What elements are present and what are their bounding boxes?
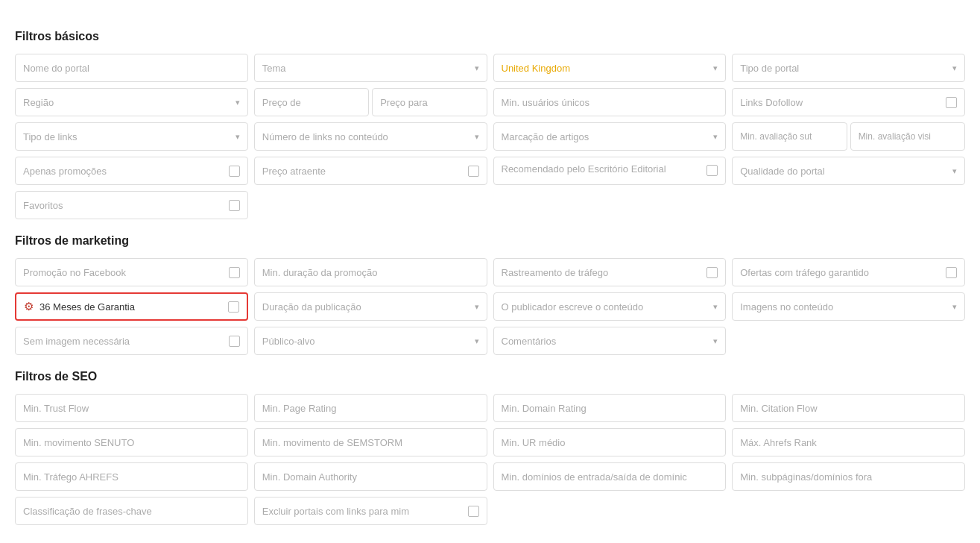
- min-movimento-senuto-input[interactable]: Min. movimento SENUTO: [15, 428, 248, 456]
- recomendado-checkbox[interactable]: [706, 165, 718, 176]
- gear-icon: ⚙: [24, 300, 34, 313]
- marcacao-select[interactable]: Marcação de artigos ▾: [493, 122, 727, 151]
- promocao-facebook-row[interactable]: Promoção no Facebook: [15, 258, 248, 286]
- garantia-label: 36 Meses de Garantia: [39, 301, 135, 313]
- garantia-row[interactable]: ⚙ 36 Meses de Garantia: [15, 292, 248, 321]
- min-trafego-ahrefs-label: Min. Tráfego AHREFS: [23, 471, 118, 483]
- min-duracao-input[interactable]: Min. duração da promoção: [254, 258, 487, 286]
- min-avaliacao-vis-label: Min. avaliação visi: [859, 131, 931, 142]
- marketing-row-3: Sem imagem necessária Público-alvo ▾ Com…: [15, 327, 965, 355]
- publicador-escreve-select[interactable]: O publicador escreve o conteúdo ▾: [493, 292, 727, 321]
- rastreamento-trafego-checkbox[interactable]: [706, 267, 718, 278]
- tipo-portal-label: Tipo de portal: [740, 63, 799, 74]
- min-avaliacao-sut-label: Min. avaliação sut: [740, 131, 812, 142]
- min-ur-medio-input[interactable]: Min. UR médio: [493, 428, 727, 456]
- seo-filters-title: Filtros de SEO: [15, 370, 965, 383]
- comentarios-label: Comentários: [502, 336, 557, 347]
- tipo-links-chevron-icon: ▾: [235, 132, 240, 142]
- preco-de-input[interactable]: Preço de: [254, 88, 369, 116]
- min-avaliacao-vis-input[interactable]: Min. avaliação visi: [850, 122, 965, 151]
- comentarios-chevron-icon: ▾: [713, 336, 718, 346]
- min-ur-medio-label: Min. UR médio: [502, 437, 566, 448]
- preco-atraente-checkbox[interactable]: [468, 166, 479, 177]
- marketing-filters-title: Filtros de marketing: [15, 234, 965, 248]
- min-usuarios-input[interactable]: Min. usuários únicos: [493, 88, 727, 116]
- min-movimento-semstorm-input[interactable]: Min. movimento de SEMSTORM: [254, 428, 487, 456]
- duracao-publicacao-select[interactable]: Duração da publicação ▾: [254, 292, 487, 321]
- publicador-escreve-label: O publicador escreve o conteúdo: [502, 301, 644, 313]
- favoritos-label: Favoritos: [23, 200, 63, 211]
- publico-alvo-select[interactable]: Público-alvo ▾: [254, 327, 487, 355]
- classificacao-frases-label: Classificação de frases-chave: [23, 506, 152, 517]
- excluir-portais-row[interactable]: Excluir portais com links para mim: [254, 497, 487, 525]
- apenas-promocoes-checkbox[interactable]: [229, 166, 240, 177]
- min-domain-authority-input[interactable]: Min. Domain Authority: [254, 462, 487, 491]
- tema-label: Tema: [262, 63, 286, 74]
- publico-alvo-label: Público-alvo: [262, 336, 315, 347]
- min-movimento-semstorm-label: Min. movimento de SEMSTORM: [262, 437, 402, 448]
- tema-chevron-icon: ▾: [475, 63, 479, 73]
- seo-row-2: Min. movimento SENUTO Min. movimento de …: [15, 428, 965, 456]
- favoritos-row[interactable]: Favoritos: [15, 191, 248, 219]
- garantia-checkbox[interactable]: [228, 301, 239, 313]
- min-trafego-ahrefs-input[interactable]: Min. Tráfego AHREFS: [15, 462, 248, 491]
- num-links-select[interactable]: Número de links no conteúdo ▾: [254, 122, 487, 151]
- seo-filters-section: Filtros de SEO Min. Trust Flow Min. Page…: [15, 370, 965, 525]
- rastreamento-trafego-row[interactable]: Rastreamento de tráfego: [493, 258, 727, 286]
- apenas-promocoes-row[interactable]: Apenas promoções: [15, 157, 248, 185]
- favoritos-checkbox[interactable]: [229, 200, 240, 211]
- empty-cell-3: [732, 327, 965, 355]
- min-trust-flow-input[interactable]: Min. Trust Flow: [15, 394, 248, 422]
- country-chevron-icon: ▾: [713, 63, 718, 73]
- excluir-portais-label: Excluir portais com links para mim: [262, 506, 409, 517]
- min-subpaginas-input[interactable]: Min. subpáginas/domínios fora: [732, 462, 965, 491]
- seo-row-4: Classificação de frases-chave Excluir po…: [15, 497, 965, 525]
- sem-imagem-row[interactable]: Sem imagem necessária: [15, 327, 248, 355]
- marcacao-label: Marcação de artigos: [502, 131, 589, 142]
- rastreamento-trafego-label: Rastreamento de tráfego: [502, 267, 609, 278]
- min-domain-rating-label: Min. Domain Rating: [502, 403, 587, 414]
- num-links-label: Número de links no conteúdo: [262, 131, 388, 142]
- ofertas-trafego-checkbox[interactable]: [946, 267, 957, 278]
- recomendado-row[interactable]: Recomendado pelo Escritório Editorial: [493, 157, 727, 185]
- promocao-facebook-checkbox[interactable]: [229, 267, 240, 278]
- basic-filters-section: Filtros básicos Nome do portal Tema ▾ Un…: [15, 30, 965, 219]
- ofertas-trafego-row[interactable]: Ofertas com tráfego garantido: [732, 258, 965, 286]
- links-dofollow-checkbox-row[interactable]: Links Dofollow: [732, 88, 965, 116]
- excluir-portais-checkbox[interactable]: [468, 506, 479, 517]
- min-trust-flow-label: Min. Trust Flow: [23, 403, 89, 414]
- max-ahrefs-rank-input[interactable]: Máx. Ahrefs Rank: [732, 428, 965, 456]
- min-citation-flow-input[interactable]: Min. Citation Flow: [732, 394, 965, 422]
- classificacao-frases-input[interactable]: Classificação de frases-chave: [15, 497, 248, 525]
- tema-select[interactable]: Tema ▾: [254, 54, 487, 82]
- regiao-chevron-icon: ▾: [235, 98, 240, 107]
- imagens-conteudo-chevron-icon: ▾: [952, 302, 957, 312]
- preco-atraente-label: Preço atraente: [262, 166, 326, 177]
- tipo-portal-select[interactable]: Tipo de portal ▾: [732, 54, 965, 82]
- marcacao-chevron-icon: ▾: [713, 132, 718, 142]
- basic-filters-title: Filtros básicos: [15, 30, 965, 43]
- qualidade-portal-chevron-icon: ▾: [952, 166, 957, 176]
- preco-atraente-row[interactable]: Preço atraente: [254, 157, 487, 185]
- tipo-links-select[interactable]: Tipo de links ▾: [15, 122, 248, 151]
- min-page-rating-input[interactable]: Min. Page Rating: [254, 394, 487, 422]
- imagens-conteudo-select[interactable]: Imagens no conteúdo ▾: [732, 292, 965, 321]
- sem-imagem-checkbox[interactable]: [229, 336, 240, 347]
- min-subpaginas-label: Min. subpáginas/domínios fora: [740, 471, 872, 483]
- nome-portal-input[interactable]: Nome do portal: [15, 54, 248, 82]
- comentarios-select[interactable]: Comentários ▾: [493, 327, 727, 355]
- preco-para-input[interactable]: Preço para: [372, 88, 487, 116]
- basic-row-2: Região ▾ Preço de Preço para Min. usuári…: [15, 88, 965, 116]
- duracao-publicacao-label: Duração da publicação: [262, 301, 361, 313]
- tipo-links-label: Tipo de links: [23, 131, 78, 142]
- min-dominios-input[interactable]: Min. domínios de entrada/saída de domíni…: [493, 462, 727, 491]
- country-select[interactable]: United Kingdom ▾: [493, 54, 727, 82]
- regiao-select[interactable]: Região ▾: [15, 88, 248, 116]
- min-usuarios-label: Min. usuários únicos: [502, 97, 590, 108]
- qualidade-portal-select[interactable]: Qualidade do portal ▾: [732, 157, 965, 185]
- min-avaliacao-sut-input[interactable]: Min. avaliação sut: [732, 122, 847, 151]
- min-domain-rating-input[interactable]: Min. Domain Rating: [493, 394, 727, 422]
- tipo-portal-chevron-icon: ▾: [952, 63, 957, 73]
- links-dofollow-checkbox[interactable]: [946, 97, 957, 108]
- min-movimento-senuto-label: Min. movimento SENUTO: [23, 437, 134, 448]
